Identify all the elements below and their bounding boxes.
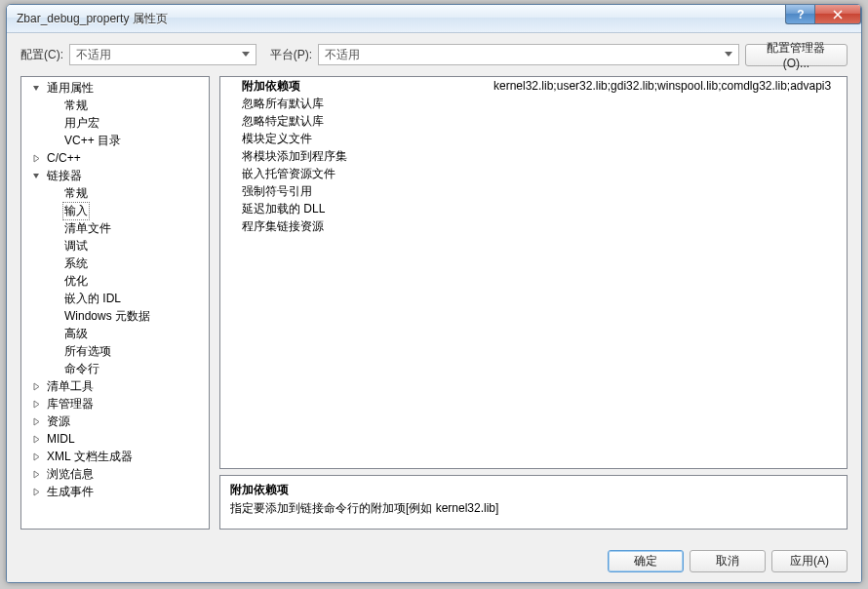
help-icon: ?	[795, 9, 807, 20]
tree-node-label: 浏览信息	[45, 466, 96, 483]
property-page-dialog: Zbar_debug_property 属性页 ? 配置(C): 不适用 平台(…	[6, 4, 862, 583]
grid-row[interactable]: 程序集链接资源	[220, 217, 847, 235]
chevron-down-icon	[721, 47, 736, 62]
grid-property-name: 附加依赖项	[242, 78, 493, 95]
expander-closed-icon[interactable]	[31, 469, 42, 480]
expander-open-icon[interactable]	[31, 83, 42, 94]
platform-combo-value: 不适用	[325, 47, 360, 63]
platform-label: 平台(P):	[270, 47, 312, 63]
tree-node-label: MIDL	[45, 432, 77, 446]
property-grid[interactable]: 附加依赖项kernel32.lib;user32.lib;gdi32.lib;w…	[219, 76, 848, 469]
expander-closed-icon[interactable]	[31, 434, 42, 445]
grid-row[interactable]: 忽略所有默认库	[220, 95, 847, 112]
property-tree[interactable]: 通用属性常规用户宏VC++ 目录C/C++链接器常规输入清单文件调试系统优化嵌入…	[21, 77, 209, 529]
tree-node[interactable]: 库管理器	[23, 395, 209, 412]
tree-node[interactable]: 通用属性	[23, 79, 209, 97]
tree-node-label: 优化	[62, 273, 90, 290]
tree-node[interactable]: 生成事件	[23, 483, 209, 500]
grid-property-name: 模块定义文件	[242, 131, 493, 147]
help-button[interactable]: ?	[785, 5, 814, 24]
tree-node-label: 资源	[45, 413, 72, 430]
platform-combo[interactable]: 不适用	[318, 44, 739, 65]
tree-node[interactable]: 命令行	[23, 360, 209, 377]
expander-closed-icon[interactable]	[31, 416, 42, 427]
tree-node[interactable]: 用户宏	[23, 114, 209, 132]
expander-closed-icon[interactable]	[31, 381, 42, 392]
grid-property-name: 嵌入托管资源文件	[242, 166, 493, 182]
tree-node-label: 清单文件	[62, 220, 113, 237]
tree-node[interactable]: 常规	[23, 97, 209, 114]
tree-node[interactable]: 资源	[23, 412, 209, 430]
expander-closed-icon[interactable]	[31, 452, 42, 462]
svg-text:?: ?	[797, 9, 804, 20]
close-button[interactable]	[814, 5, 861, 24]
tree-node-label: 通用属性	[45, 80, 96, 97]
tree-node[interactable]: 高级	[23, 325, 209, 342]
tree-node[interactable]: XML 文档生成器	[23, 448, 209, 465]
tree-node[interactable]: C/C++	[23, 149, 209, 167]
grid-row[interactable]: 附加依赖项kernel32.lib;user32.lib;gdi32.lib;w…	[220, 77, 847, 95]
tree-node[interactable]: 嵌入的 IDL	[23, 290, 209, 307]
titlebar[interactable]: Zbar_debug_property 属性页 ?	[7, 5, 861, 33]
tree-node-label: 常规	[62, 185, 90, 202]
config-combo-value: 不适用	[76, 47, 111, 63]
bottom-buttons: 确定 取消 应用(A)	[7, 539, 861, 582]
expander-closed-icon[interactable]	[31, 153, 42, 164]
tree-node-label: 命令行	[62, 361, 101, 377]
description-panel: 附加依赖项 指定要添加到链接命令行的附加项[例如 kernel32.lib]	[219, 475, 848, 530]
expander-open-icon[interactable]	[31, 171, 42, 181]
window-title: Zbar_debug_property 属性页	[17, 11, 168, 27]
tree-node[interactable]: VC++ 目录	[23, 132, 209, 149]
tree-node[interactable]: Windows 元数据	[23, 307, 209, 325]
expander-closed-icon[interactable]	[31, 487, 42, 497]
tree-node[interactable]: 常规	[23, 184, 209, 202]
tree-node-label: 高级	[62, 326, 90, 342]
tree-node[interactable]: MIDL	[23, 430, 209, 448]
grid-property-value: kernel32.lib;user32.lib;gdi32.lib;winspo…	[493, 79, 831, 93]
tree-node[interactable]: 链接器	[23, 167, 209, 184]
grid-property-name: 强制符号引用	[242, 183, 493, 200]
chevron-down-icon	[238, 47, 254, 62]
tree-node[interactable]: 清单文件	[23, 219, 209, 237]
tree-node[interactable]: 系统	[23, 255, 209, 272]
config-combo[interactable]: 不适用	[69, 44, 256, 65]
tree-node-label: VC++ 目录	[62, 133, 123, 149]
ok-button[interactable]: 确定	[608, 550, 684, 572]
grid-row[interactable]: 嵌入托管资源文件	[220, 165, 847, 182]
tree-node-label: Windows 元数据	[62, 308, 152, 325]
split-panel: 通用属性常规用户宏VC++ 目录C/C++链接器常规输入清单文件调试系统优化嵌入…	[7, 76, 861, 539]
description-text: 指定要添加到链接命令行的附加项[例如 kernel32.lib]	[230, 500, 837, 517]
tree-node[interactable]: 浏览信息	[23, 465, 209, 483]
grid-row[interactable]: 模块定义文件	[220, 130, 847, 147]
tree-node[interactable]: 所有选项	[23, 342, 209, 360]
tree-node-label: 系统	[62, 255, 90, 272]
grid-row[interactable]: 延迟加载的 DLL	[220, 200, 847, 217]
grid-row[interactable]: 忽略特定默认库	[220, 112, 847, 130]
tree-node-label: 所有选项	[62, 343, 113, 360]
cancel-button[interactable]: 取消	[690, 550, 766, 572]
config-label: 配置(C):	[20, 47, 63, 63]
tree-node-label: 清单工具	[45, 378, 96, 395]
config-bar: 配置(C): 不适用 平台(P): 不适用 配置管理器(O)...	[7, 33, 861, 76]
grid-property-name: 忽略所有默认库	[242, 96, 493, 112]
tree-node[interactable]: 调试	[23, 237, 209, 255]
tree-node-label: 调试	[62, 238, 90, 255]
tree-node-label: 常规	[62, 98, 90, 114]
tree-node[interactable]: 输入	[23, 202, 209, 219]
tree-node-label: 用户宏	[62, 115, 101, 132]
title-controls: ?	[785, 5, 861, 24]
tree-node-label: 生成事件	[45, 484, 96, 500]
tree-node-label: 库管理器	[45, 396, 96, 412]
tree-node[interactable]: 清单工具	[23, 377, 209, 395]
grid-row[interactable]: 将模块添加到程序集	[220, 147, 847, 165]
grid-property-name: 程序集链接资源	[242, 218, 493, 235]
close-icon	[832, 9, 844, 20]
grid-property-name: 忽略特定默认库	[242, 113, 493, 130]
right-panel: 附加依赖项kernel32.lib;user32.lib;gdi32.lib;w…	[219, 76, 848, 530]
grid-row[interactable]: 强制符号引用	[220, 182, 847, 200]
expander-closed-icon[interactable]	[31, 399, 42, 410]
grid-property-name: 将模块添加到程序集	[242, 148, 493, 165]
apply-button[interactable]: 应用(A)	[771, 550, 848, 572]
tree-node[interactable]: 优化	[23, 272, 209, 290]
config-manager-button[interactable]: 配置管理器(O)...	[745, 44, 848, 66]
